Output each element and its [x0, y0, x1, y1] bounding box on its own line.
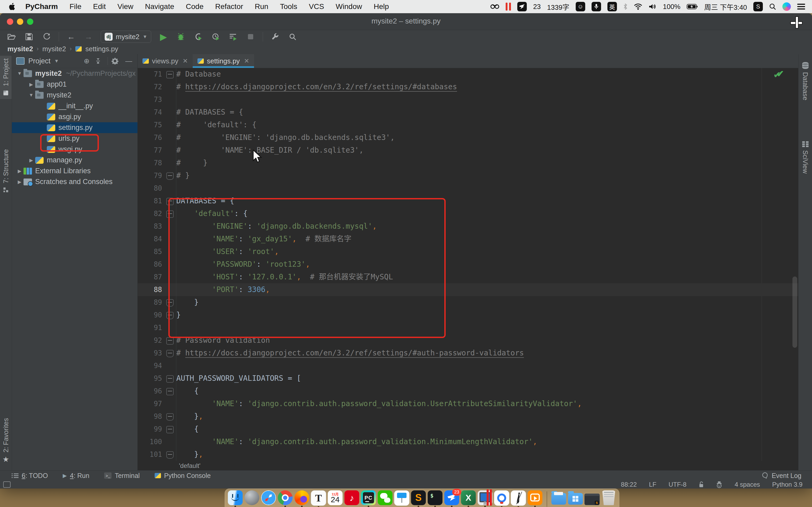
gutter-line-95[interactable]: 95: [138, 372, 176, 385]
menu-item-window[interactable]: Window: [336, 2, 362, 11]
lock-icon[interactable]: [699, 481, 704, 488]
fold-marker-icon[interactable]: [166, 350, 174, 357]
editor-tab-views-py[interactable]: views.py✕: [138, 54, 193, 68]
fold-marker-icon[interactable]: [166, 71, 174, 78]
gutter-line-75[interactable]: 75: [138, 119, 176, 131]
search-everywhere-icon[interactable]: [287, 32, 298, 42]
menu-item-refactor[interactable]: Refactor: [215, 2, 243, 11]
gutter-line-89[interactable]: 89: [138, 296, 176, 309]
menu-app-pycharm[interactable]: PyCharm: [26, 2, 58, 11]
gutter-line-100[interactable]: 100: [138, 436, 176, 448]
dock-sunlogin[interactable]: [494, 490, 509, 507]
fold-marker-icon[interactable]: [166, 211, 174, 218]
menu-item-run[interactable]: Run: [255, 2, 268, 11]
dock-finder[interactable]: [227, 490, 243, 507]
back-icon[interactable]: ←: [66, 32, 77, 42]
project-panel-title[interactable]: Project: [28, 57, 50, 65]
window-titlebar[interactable]: mysite2 – settings.py: [0, 13, 812, 30]
inspection-ok-icon[interactable]: ✔✔: [773, 69, 781, 80]
notification-center-icon[interactable]: [797, 4, 805, 9]
dock-sublime[interactable]: S: [411, 490, 426, 507]
gutter-line-91[interactable]: 91: [138, 321, 176, 334]
editor-tab-settings-py[interactable]: settings.py✕: [193, 54, 254, 68]
fold-marker-icon[interactable]: [166, 388, 174, 395]
gutter-line-96[interactable]: 96: [138, 385, 176, 397]
dock-minwin[interactable]: [585, 490, 600, 507]
fold-marker-icon[interactable]: [166, 299, 174, 306]
code-line-85[interactable]: 85 'USER': 'root',: [138, 245, 798, 258]
fold-marker-icon[interactable]: [166, 413, 174, 420]
tree-expand-arrow[interactable]: ▶: [27, 81, 35, 88]
gutter-line-76[interactable]: 76: [138, 131, 176, 144]
fold-marker-icon[interactable]: [166, 172, 174, 180]
fold-marker-icon[interactable]: [166, 312, 174, 319]
tool-tab-structure[interactable]: 7: Structure: [0, 149, 12, 193]
gutter-line-71[interactable]: 71: [138, 68, 176, 80]
run-button[interactable]: ▶: [158, 32, 169, 42]
code-line-97[interactable]: 97 'NAME': 'django.contrib.auth.password…: [138, 397, 798, 410]
dock-dingtalk[interactable]: 23: [444, 490, 459, 507]
dock-launchpad[interactable]: [244, 490, 260, 507]
tree-item-wsgi-py[interactable]: wsgi.py: [12, 144, 138, 155]
dock-trash[interactable]: [601, 490, 616, 507]
fold-marker-icon[interactable]: [166, 198, 174, 205]
typing-counter[interactable]: 1339字: [547, 2, 569, 12]
code-line-88[interactable]: 88 'PORT': 3306,: [138, 283, 798, 296]
file-encoding[interactable]: UTF-8: [668, 481, 687, 488]
gutter-line-77[interactable]: 77: [138, 144, 176, 157]
python-interpreter[interactable]: Python 3.9: [772, 481, 803, 488]
highlighting-level-icon[interactable]: [716, 481, 722, 488]
wifi-icon[interactable]: [634, 3, 642, 10]
dock-excel[interactable]: X: [461, 490, 476, 507]
gutter-line-101[interactable]: 101: [138, 448, 176, 461]
gutter-line-81[interactable]: 81: [138, 194, 176, 207]
gutter-line-85[interactable]: 85: [138, 245, 176, 258]
editor-scrollbar[interactable]: [793, 277, 797, 348]
volume-icon[interactable]: [649, 3, 657, 10]
tree-expand-arrow[interactable]: ▼: [27, 93, 35, 98]
dock-terminal[interactable]: $: [427, 490, 443, 507]
tree-item-app01[interactable]: ▶app01: [12, 79, 138, 90]
tool-window-terminal[interactable]: >_Terminal: [104, 472, 140, 480]
fold-marker-icon[interactable]: [166, 451, 174, 459]
line-ending[interactable]: LF: [649, 481, 656, 488]
debug-button[interactable]: [175, 32, 186, 42]
project-header-chevron-icon[interactable]: ▼: [54, 58, 59, 64]
code-line-81[interactable]: 81DATABASES = {: [138, 194, 798, 207]
gutter-line-93[interactable]: 93: [138, 347, 176, 359]
dock-pycharm[interactable]: PC: [361, 490, 376, 507]
menu-item-help[interactable]: Help: [374, 2, 389, 11]
close-tab-icon[interactable]: ✕: [183, 57, 188, 65]
code-line-92[interactable]: 92# Password validation: [138, 334, 798, 347]
code-line-78[interactable]: 78# }: [138, 157, 798, 169]
dock-typora[interactable]: T: [311, 490, 326, 507]
code-line-79[interactable]: 79# }: [138, 169, 798, 182]
menu-item-navigate[interactable]: Navigate: [145, 2, 174, 11]
code-line-73[interactable]: 73: [138, 93, 798, 106]
code-line-95[interactable]: 95AUTH_PASSWORD_VALIDATORS = [: [138, 372, 798, 385]
dock-netease[interactable]: ♪: [344, 490, 359, 507]
tool-tab-database[interactable]: Database: [799, 62, 812, 100]
gutter-line-74[interactable]: 74: [138, 106, 176, 119]
code-line-83[interactable]: 83 'ENGINE': 'django.db.backends.mysql',: [138, 220, 798, 233]
gutter-line-99[interactable]: 99: [138, 423, 176, 436]
code-line-89[interactable]: 89 }: [138, 296, 798, 309]
tree-item--init-py[interactable]: __init__.py: [12, 101, 138, 111]
tree-item-mysite2[interactable]: ▼mysite2~/PycharmProjects/gx: [12, 68, 138, 79]
tree-expand-arrow[interactable]: ▶: [15, 179, 23, 185]
dock-safari[interactable]: [261, 490, 276, 507]
tool-tab-favorites[interactable]: 2: Favorites ★: [0, 418, 12, 463]
dock-tieapp[interactable]: [511, 490, 526, 507]
gutter-line-86[interactable]: 86: [138, 258, 176, 271]
gutter-line-72[interactable]: 72: [138, 80, 176, 93]
code-line-100[interactable]: 100 'NAME': 'django.contrib.auth.passwor…: [138, 436, 798, 448]
gutter-line-73[interactable]: 73: [138, 93, 176, 106]
collapse-all-icon[interactable]: [95, 58, 104, 64]
tool-window-run[interactable]: ▶4: Run: [63, 472, 89, 480]
dock-keynote[interactable]: [394, 490, 409, 507]
tree-item-manage-py[interactable]: ▶manage.py: [12, 155, 138, 166]
mic-menu-icon[interactable]: [592, 2, 601, 11]
locate-file-icon[interactable]: ⊕: [82, 57, 91, 65]
code-line-71[interactable]: 71# Database: [138, 68, 798, 80]
code-line-80[interactable]: 80: [138, 182, 798, 194]
